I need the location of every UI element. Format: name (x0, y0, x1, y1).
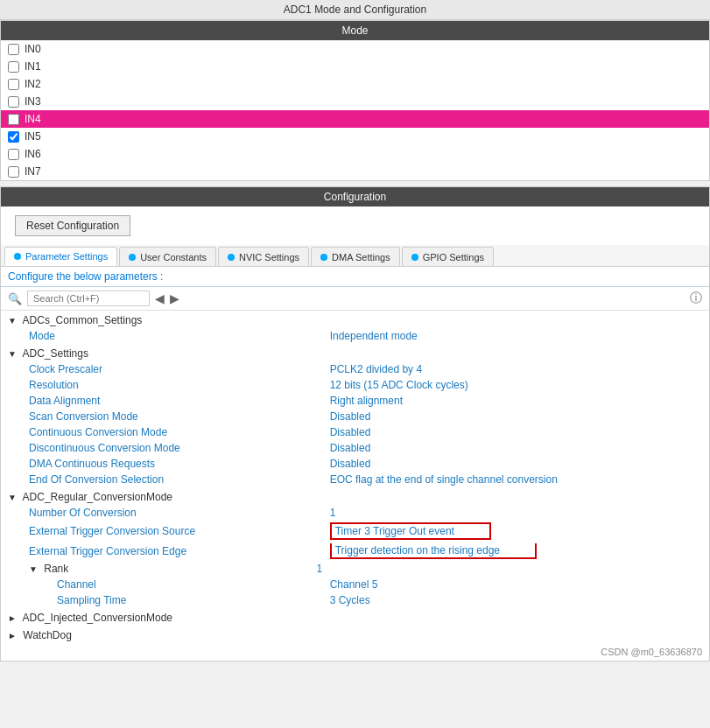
param-name-mode: Mode (1, 328, 323, 344)
channel-in4[interactable]: IN4 (1, 110, 709, 128)
param-name-discont-conv: Discontinuous Conversion Mode (1, 440, 323, 456)
search-row: 🔍 ◀ ▶ ⓘ (1, 287, 709, 311)
label-in3: IN3 (25, 95, 41, 108)
param-row-scan-conv: Scan Conversion Mode Disabled (1, 409, 709, 424)
label-in7: IN7 (25, 165, 41, 178)
channel-in6[interactable]: IN6 (1, 145, 709, 163)
tab-label-gpio: GPIO Settings (423, 252, 484, 262)
group-label-adc-injected: ADC_Injected_ConversionMode (23, 612, 172, 624)
channel-in5[interactable]: IN5 (1, 128, 709, 145)
group-row-adcs-common: ▼ ADCs_Common_Settings (1, 311, 709, 328)
info-icon: ⓘ (690, 290, 702, 306)
param-value-eoc: EOC flag at the end of single channel co… (323, 472, 709, 487)
label-in2: IN2 (25, 78, 41, 90)
channel-in0[interactable]: IN0 (1, 40, 709, 58)
checkbox-in0[interactable] (8, 44, 19, 55)
next-icon[interactable]: ▶ (170, 291, 179, 305)
subgroup-row-rank: ▼ Rank 1 (1, 561, 709, 577)
param-value-sampling-time: 3 Cycles (323, 592, 709, 608)
tab-dot-dma (320, 254, 327, 261)
label-in6: IN6 (25, 148, 41, 160)
prev-icon[interactable]: ◀ (155, 291, 165, 305)
checkbox-in1[interactable] (8, 61, 19, 73)
param-name-scan-conv: Scan Conversion Mode (1, 409, 323, 424)
param-row-mode: Mode Independent mode (1, 328, 709, 344)
checkbox-in3[interactable] (8, 96, 19, 108)
param-name-sampling-time: Sampling Time (1, 592, 323, 608)
param-row-discont-conv: Discontinuous Conversion Mode Disabled (1, 440, 709, 456)
param-value-channel: Channel 5 (323, 577, 709, 592)
checkbox-in6[interactable] (8, 149, 19, 160)
param-name-eoc: End Of Conversion Selection (1, 472, 323, 487)
tab-gpio-settings[interactable]: GPIO Settings (402, 247, 494, 266)
param-value-scan-conv: Disabled (323, 409, 709, 424)
chevron-watchdog[interactable]: ► (8, 631, 17, 640)
group-label-adc-settings: ADC_Settings (23, 347, 88, 360)
group-row-adc-regular: ▼ ADC_Regular_ConversionMode (1, 487, 709, 505)
watermark: CSDN @m0_63636870 (1, 643, 709, 661)
param-value-ext-trig-edge: Trigger detection on the rising edge (323, 542, 709, 561)
param-row-cont-conv: Continuous Conversion Mode Disabled (1, 424, 709, 440)
param-name-channel: Channel (1, 577, 323, 592)
tab-label-dma: DMA Settings (332, 252, 390, 262)
tab-dot-gpio (411, 254, 418, 261)
channel-in2[interactable]: IN2 (1, 75, 709, 93)
param-value-discont-conv: Disabled (323, 440, 709, 456)
mode-header: Mode (1, 21, 709, 40)
label-in4: IN4 (25, 113, 41, 125)
param-name-resolution: Resolution (1, 377, 323, 393)
tabs-row: Parameter Settings User Constants NVIC S… (1, 245, 709, 267)
chevron-adcs-common[interactable]: ▼ (8, 316, 17, 326)
highlighted-ext-trig-edge: Trigger detection on the rising edge (330, 543, 537, 559)
param-value-num-conv: 1 (323, 505, 709, 521)
group-label-adcs-common: ADCs_Common_Settings (23, 314, 143, 326)
tab-label-nvic: NVIC Settings (239, 252, 299, 262)
param-value-dma-requests: Disabled (323, 456, 709, 472)
channel-in1[interactable]: IN1 (1, 58, 709, 75)
param-row-eoc: End Of Conversion Selection EOC flag at … (1, 472, 709, 487)
config-header: Configuration (1, 187, 709, 206)
param-row-ext-trig-edge: External Trigger Conversion Edge Trigger… (1, 542, 709, 561)
channel-in3[interactable]: IN3 (1, 93, 709, 110)
param-row-dma-requests: DMA Continuous Requests Disabled (1, 456, 709, 472)
param-row-clock-prescaler: Clock Prescaler PCLK2 divided by 4 (1, 361, 709, 377)
tab-dma-settings[interactable]: DMA Settings (311, 247, 400, 266)
chevron-adc-regular[interactable]: ▼ (8, 493, 17, 502)
group-row-watchdog: ► WatchDog (1, 626, 709, 643)
channel-in7[interactable]: IN7 (1, 163, 709, 180)
group-row-adc-settings: ▼ ADC_Settings (1, 344, 709, 361)
label-in5: IN5 (25, 130, 41, 143)
config-section: Configuration Reset Configuration Parame… (0, 186, 710, 662)
checkbox-in4[interactable] (8, 114, 19, 125)
param-value-cont-conv: Disabled (323, 424, 709, 440)
checkbox-in2[interactable] (8, 79, 19, 90)
chevron-adc-injected[interactable]: ► (8, 613, 17, 623)
tab-parameter-settings[interactable]: Parameter Settings (4, 247, 117, 266)
group-label-watchdog: WatchDog (23, 629, 72, 641)
checkbox-in7[interactable] (8, 166, 19, 178)
tab-label-user: User Constants (140, 252, 207, 262)
label-in0: IN0 (25, 43, 41, 55)
tab-user-constants[interactable]: User Constants (119, 247, 216, 266)
chevron-rank[interactable]: ▼ (29, 564, 38, 574)
checkbox-in5[interactable] (8, 131, 19, 143)
chevron-adc-settings[interactable]: ▼ (8, 349, 17, 359)
param-row-resolution: Resolution 12 bits (15 ADC Clock cycles) (1, 377, 709, 393)
param-name-data-alignment: Data Alignment (1, 393, 323, 409)
search-input[interactable] (27, 290, 150, 306)
param-name-ext-trig-src: External Trigger Conversion Source (1, 521, 323, 542)
tab-dot-user (129, 254, 136, 261)
param-name-ext-trig-edge: External Trigger Conversion Edge (1, 542, 323, 561)
param-value-ext-trig-src: Timer 3 Trigger Out event (323, 521, 709, 542)
tab-nvic-settings[interactable]: NVIC Settings (218, 247, 309, 266)
param-row-data-alignment: Data Alignment Right alignment (1, 393, 709, 409)
highlighted-ext-trig-src: Timer 3 Trigger Out event (330, 522, 491, 540)
param-value-clock: PCLK2 divided by 4 (323, 361, 709, 377)
param-row-ext-trig-src: External Trigger Conversion Source Timer… (1, 521, 709, 542)
group-row-adc-injected: ► ADC_Injected_ConversionMode (1, 608, 709, 626)
tab-dot-param (14, 253, 21, 260)
reset-config-button[interactable]: Reset Configuration (15, 215, 130, 236)
param-row-sampling-time: Sampling Time 3 Cycles (1, 592, 709, 608)
param-name-clock: Clock Prescaler (1, 361, 323, 377)
label-in1: IN1 (25, 60, 41, 73)
